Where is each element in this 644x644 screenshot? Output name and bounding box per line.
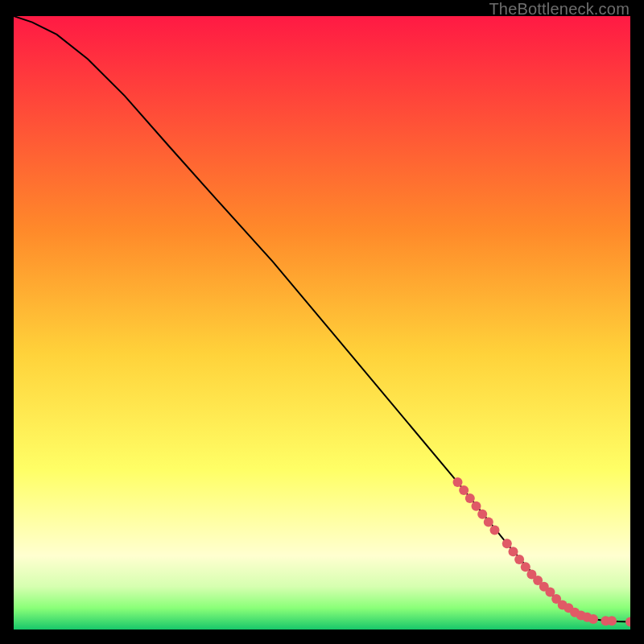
data-point — [484, 518, 493, 527]
data-point — [465, 493, 475, 503]
data-point — [588, 614, 598, 624]
data-point — [477, 510, 487, 519]
plot-area — [14, 16, 630, 630]
data-point — [502, 539, 512, 548]
data-point — [490, 526, 500, 535]
bottleneck-chart — [14, 16, 630, 630]
data-point — [459, 485, 469, 495]
chart-frame: TheBottleneck.com — [0, 0, 644, 644]
gradient-background — [14, 16, 630, 630]
data-point — [453, 477, 463, 487]
data-point — [607, 616, 617, 625]
data-point — [514, 555, 524, 564]
data-point — [509, 547, 518, 556]
data-point — [472, 502, 481, 511]
